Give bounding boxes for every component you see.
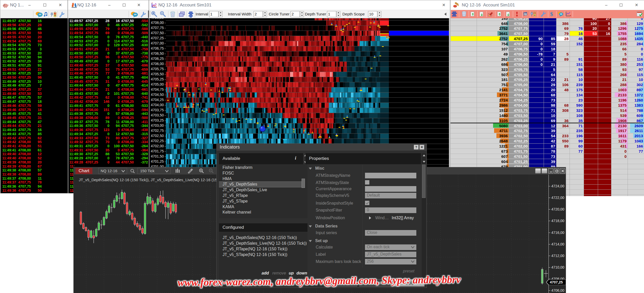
svg-text:4707,25: 4707,25 xyxy=(550,280,563,284)
svg-text:$: $ xyxy=(550,11,553,17)
